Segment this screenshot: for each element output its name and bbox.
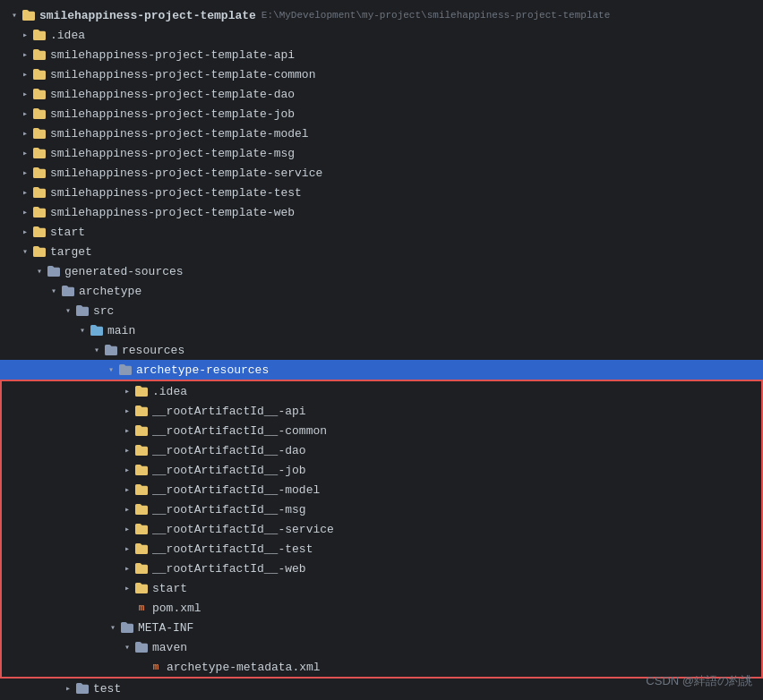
tree-item-ar-pom[interactable]: mpom.xml [2,598,761,618]
tree-item-api[interactable]: smilehappiness-project-template-api [0,45,763,64]
label-ar-model: __rootArtifactId__-model [152,483,320,497]
tree-item-main[interactable]: main [0,320,763,340]
tree-item-ar-idea[interactable]: .idea [2,381,761,401]
tree-item-service[interactable]: smilehappiness-project-template-service [0,163,763,183]
tree-item-ar-msg[interactable]: __rootArtifactId__-msg [2,499,761,519]
folder-icon-resources [104,343,118,357]
tree-item-idea-root[interactable]: .idea [0,25,763,45]
arrow-ar-service [120,524,134,534]
label-meta-inf: META-INF [138,621,193,635]
arrow-service [18,167,32,178]
tree-item-web[interactable]: smilehappiness-project-template-web [0,202,763,222]
tree-item-common[interactable]: smilehappiness-project-template-common [0,64,763,84]
folder-icon-archetype [61,284,75,298]
root-item[interactable]: smilehappiness-project-template E:\MyDev… [0,5,763,25]
folder-icon-ar-model [134,482,149,497]
root-folder-icon [21,8,36,22]
label-api: smilehappiness-project-template-api [50,48,295,62]
tree-item-maven-folder[interactable]: maven [2,637,761,657]
tree-item-archetype[interactable]: archetype [0,281,763,301]
tree-item-src[interactable]: src [0,301,763,320]
tree-item-ar-service[interactable]: __rootArtifactId__-service [2,519,761,539]
folder-icon-ar-idea [134,384,149,398]
folder-icon-common [32,67,47,81]
tree-item-target[interactable]: target [0,242,763,261]
folder-icon-service [32,166,47,180]
folder-icon-generated-sources [47,264,61,278]
tree-item-job[interactable]: smilehappiness-project-template-job [0,104,763,124]
arrow-api [18,49,32,60]
tree-item-resources[interactable]: resources [0,340,763,360]
folder-icon-ar-test [134,542,149,556]
label-service: smilehappiness-project-template-service [50,166,322,180]
label-archetype: archetype [79,285,141,298]
red-outline-group: .idea__rootArtifactId__-api__rootArtifac… [0,380,763,679]
arrow-ar-dao [120,445,134,456]
arrow-main [75,325,90,336]
arrow-msg [18,148,32,158]
arrow-src [61,305,75,316]
pom-icon-ar-pom: m [134,601,149,615]
tree-items-container: .ideasmilehappiness-project-template-api… [0,25,763,700]
arrow-resources [90,345,104,355]
label-dao: smilehappiness-project-template-dao [50,88,295,101]
label-src: src [93,304,114,318]
label-ar-idea: .idea [152,385,187,398]
tree-item-meta-inf[interactable]: META-INF [2,618,761,637]
folder-icon-ar-job [134,463,149,477]
tree-item-generated-sources[interactable]: generated-sources [0,261,763,281]
arrow-generated-sources [32,266,47,277]
label-ar-dao: __rootArtifactId__-dao [152,444,306,457]
folder-icon-dao [32,87,47,101]
arrow-archetype-resources [104,364,118,375]
root-path: E:\MyDevelopment\my-project\smilehappine… [261,10,610,21]
tree-item-ar-web[interactable]: __rootArtifactId__-web [2,559,761,578]
root-label: smilehappiness-project-template [39,9,256,22]
folder-icon-meta-inf [120,620,134,635]
tree-item-ar-job[interactable]: __rootArtifactId__-job [2,460,761,480]
arrow-ar-idea [120,386,134,397]
tree-item-start[interactable]: start [0,222,763,242]
tree-item-ar-api[interactable]: __rootArtifactId__-api [2,401,761,421]
arrow-idea-root [18,30,32,40]
folder-icon-idea-root [32,28,47,42]
arrow-test-folder [61,683,75,694]
folder-icon-test-module [32,185,47,200]
label-resources: resources [122,344,184,357]
folder-icon-api [32,47,47,62]
arrow-job [18,108,32,119]
folder-icon-ar-common [134,423,149,438]
folder-icon-archetype-resources [118,363,133,377]
tree-item-ar-model[interactable]: __rootArtifactId__-model [2,480,761,499]
arrow-maven-folder [120,642,134,653]
folder-icon-job [32,107,47,121]
arrow-dao [18,89,32,99]
label-archetype-resources: archetype-resources [136,363,269,377]
tree-item-ar-dao[interactable]: __rootArtifactId__-dao [2,440,761,460]
folder-icon-ar-service [134,522,149,536]
tree-item-msg[interactable]: smilehappiness-project-template-msg [0,143,763,163]
tree-item-ar-start[interactable]: start [2,578,761,598]
arrow-web [18,207,32,218]
label-ar-start: start [152,582,187,595]
tree-item-test-module[interactable]: smilehappiness-project-template-test [0,183,763,202]
folder-icon-ar-api [134,404,149,418]
tree-item-archetype-resources[interactable]: archetype-resources [0,360,763,380]
folder-icon-src [75,303,90,318]
label-ar-web: __rootArtifactId__-web [152,562,306,576]
label-idea-root: .idea [50,29,85,42]
label-start: start [50,226,85,239]
tree-item-ar-common[interactable]: __rootArtifactId__-common [2,421,761,440]
label-test-folder: test [93,682,121,696]
label-ar-job: __rootArtifactId__-job [152,464,306,477]
folder-icon-ar-msg [134,502,149,516]
tree-item-dao[interactable]: smilehappiness-project-template-dao [0,84,763,104]
label-target: target [50,245,92,259]
label-ar-service: __rootArtifactId__-service [152,523,334,536]
tree-item-model[interactable]: smilehappiness-project-template-model [0,124,763,143]
arrow-ar-test [120,543,134,554]
file-tree[interactable]: smilehappiness-project-template E:\MyDev… [0,0,763,700]
label-ar-pom: pom.xml [152,602,201,615]
watermark: CSDN @絆語の約誂 [646,673,752,689]
tree-item-ar-test[interactable]: __rootArtifactId__-test [2,539,761,559]
